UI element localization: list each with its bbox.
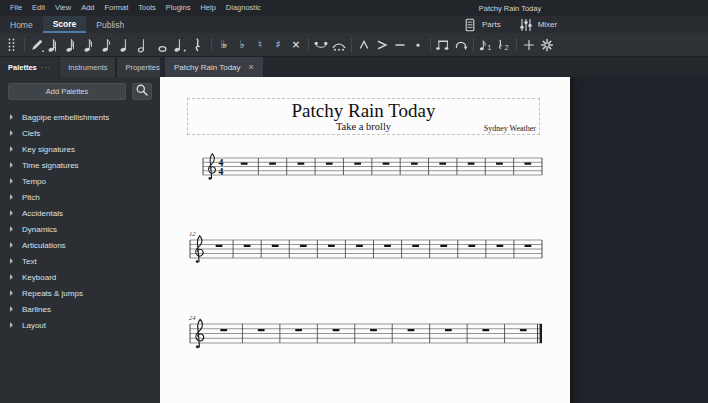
panel-tab-instruments[interactable]: Instruments [59,57,116,77]
sharp-button[interactable]: ♯ [269,35,287,55]
menu-view[interactable]: View [50,0,76,16]
menu-help[interactable]: Help [195,0,220,16]
duration-64th-button[interactable] [46,35,64,55]
panel-tab-bar: Palettes···InstrumentsProperties [0,57,160,77]
palette-item-keyboard[interactable]: Keyboard [0,269,160,285]
menu-file[interactable]: File [5,0,27,16]
panel-tab-palettes[interactable]: Palettes··· [0,57,59,77]
right-controls: Parts Mixer [462,16,557,33]
tab-publish[interactable]: Publish [86,16,134,33]
palette-item-repeats-jumps[interactable]: Repeats & jumps [0,285,160,301]
panel-drag-handle[interactable] [3,35,21,55]
natural-button[interactable]: ♮ [251,35,269,55]
staff-system-1: 44 [203,154,542,180]
workspace: Palettes···InstrumentsProperties Add Pal… [0,57,708,403]
palettes-panel: Palettes···InstrumentsProperties Add Pal… [0,57,160,403]
tenuto-button[interactable] [391,35,409,55]
search-icon [134,82,150,101]
close-icon[interactable]: × [249,63,254,72]
palette-item-label: Accidentals [22,209,63,218]
main-tab-bar: HomeScorePublish Parts Mixer [0,16,708,33]
rest-button[interactable] [190,35,208,55]
duration-16th-button[interactable] [82,35,100,55]
duration-32nd-button[interactable] [64,35,82,55]
menu-tools[interactable]: Tools [133,0,161,16]
menu-plugins[interactable]: Plugins [161,0,196,16]
palette-item-dynamics[interactable]: Dynamics [0,221,160,237]
accent-button[interactable] [373,35,391,55]
palette-search-button[interactable] [132,83,152,100]
whole-rest [412,245,419,247]
duration-whole-button[interactable] [154,35,172,55]
tie-button[interactable] [312,35,330,55]
palette-item-accidentals[interactable]: Accidentals [0,205,160,221]
whole-rest [244,245,251,247]
svg-text:2: 2 [505,43,509,52]
double-sharp-button[interactable]: × [287,35,305,55]
palette-item-key-signatures[interactable]: Key signatures [0,141,160,157]
tab-home[interactable]: Home [0,16,43,33]
score-canvas[interactable]: Patchy Rain Today Take a brolly Sydney W… [160,77,708,403]
palette-item-bagpipe-embellishments[interactable]: Bagpipe embellishments [0,109,160,125]
whole-rest [496,245,503,247]
marcato-button[interactable] [355,35,373,55]
whole-rest [524,162,531,164]
tab-score[interactable]: Score [43,16,87,33]
note-input-button[interactable] [28,35,46,55]
score-page[interactable]: Patchy Rain Today Take a brolly Sydney W… [160,77,570,403]
palette-item-barlines[interactable]: Barlines [0,301,160,317]
flat-button[interactable]: ♭ [233,35,251,55]
menu-bar: FileEditViewAddFormatToolsPluginsHelpDia… [0,0,266,16]
voice-2-button[interactable]: 2 [495,35,513,55]
palette-item-label: Text [22,257,37,266]
palette-item-time-signatures[interactable]: Time signatures [0,157,160,173]
parts-button[interactable]: Parts [462,17,501,33]
menu-diagnostic[interactable]: Diagnostic [221,0,266,16]
svg-text:1: 1 [487,43,491,52]
customize-toolbar-button[interactable] [538,35,556,55]
add-palettes-button[interactable]: Add Palettes [8,83,126,100]
palette-item-pitch[interactable]: Pitch [0,189,160,205]
palette-item-text[interactable]: Text [0,253,160,269]
duration-half-button[interactable] [136,35,154,55]
menu-add[interactable]: Add [76,0,99,16]
staccato-button[interactable] [409,35,427,55]
whole-rest [328,245,335,247]
panel-tab-label: Instruments [68,63,107,72]
whole-rest [326,162,333,164]
palette-item-label: Pitch [22,193,40,202]
staff-systems[interactable]: 441224 [160,77,570,403]
document-tab[interactable]: Patchy Rain Today × [165,57,263,77]
toolbar-separator [24,38,25,52]
window-title: Patchy Rain Today [430,4,590,13]
double-flat-button[interactable]: ♭♭ [215,35,233,55]
palette-item-layout[interactable]: Layout [0,317,160,333]
whole-rest [269,162,276,164]
palette-item-clefs[interactable]: Clefs [0,125,160,141]
add-element-button[interactable] [520,35,538,55]
slur-button[interactable] [330,35,348,55]
whole-rest [445,329,452,331]
chevron-right-icon [10,114,13,120]
whole-rest [520,329,527,331]
augmentation-dot-button[interactable] [172,35,190,55]
menu-edit[interactable]: Edit [27,0,50,16]
parts-button-label: Parts [482,20,501,29]
mixer-button[interactable]: Mixer [518,17,558,33]
duration-eighth-button[interactable] [100,35,118,55]
voice-1-button[interactable]: 1 [477,35,495,55]
whole-rest [333,329,340,331]
score-area: Patchy Rain Today × Patchy Rain Today Ta… [160,57,708,403]
chevron-right-icon [10,322,13,328]
duration-quarter-button[interactable] [118,35,136,55]
whole-rest [298,162,305,164]
tuplet-button[interactable] [434,35,452,55]
menu-format[interactable]: Format [100,0,134,16]
chevron-right-icon [10,178,13,184]
whole-rest [370,329,377,331]
palette-item-tempo[interactable]: Tempo [0,173,160,189]
palette-more-icon[interactable]: ··· [41,63,52,72]
flip-direction-button[interactable] [452,35,470,55]
palette-item-articulations[interactable]: Articulations [0,237,160,253]
chevron-right-icon [10,162,13,168]
